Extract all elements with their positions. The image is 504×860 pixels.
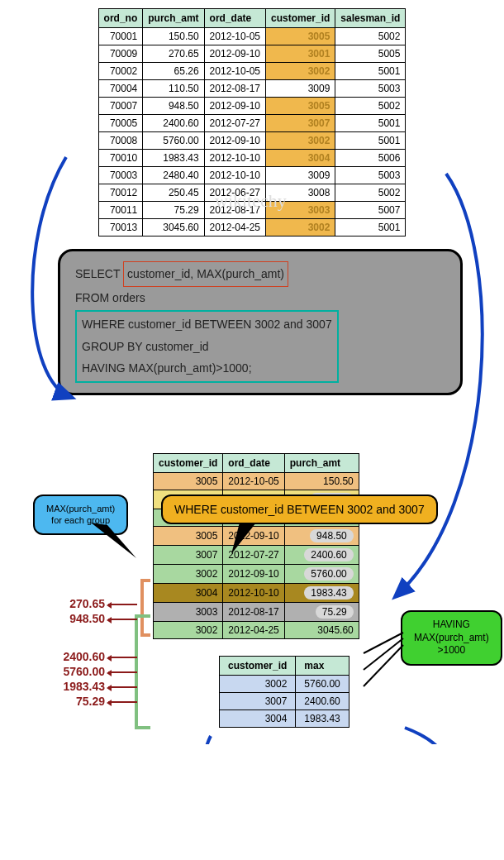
table-row: 70012250.452012-06-2730085002	[98, 184, 406, 202]
table-row: 30042012-10-101983.43	[154, 583, 359, 602]
table-row: 70009270.652012-09-1030015005	[98, 45, 406, 63]
th: ord_no	[98, 9, 143, 28]
th: ord_date	[223, 453, 284, 472]
th: customer_id	[154, 453, 223, 472]
max-v2: 948.50	[69, 612, 105, 625]
max-v1: 270.65	[69, 597, 105, 610]
table-row: 30052012-09-10948.50	[154, 526, 359, 545]
table-row: 700133045.602012-04-2530025001	[98, 219, 406, 236]
table-row: 700101983.432012-10-1030045006	[98, 150, 406, 167]
max-v6: 75.29	[76, 695, 105, 708]
max-v5: 1983.43	[63, 680, 105, 693]
table-row: 30072400.60	[220, 692, 349, 710]
table-row: 30022012-04-253045.60	[154, 621, 359, 638]
table-row: 700085760.002012-09-1030025001	[98, 132, 406, 150]
table-row: 700032480.402012-10-1030095003	[98, 167, 406, 184]
table-row: 7000265.262012-10-0530025001	[98, 63, 406, 80]
svg-line-2	[364, 633, 403, 653]
table-row: 70004110.502012-08-1730095003	[98, 80, 406, 98]
th: purch_amt	[284, 453, 359, 472]
th: customer_id	[220, 656, 296, 675]
table-row: 700052400.602012-07-2730075001	[98, 115, 406, 132]
table-row: 30052012-10-05150.50	[154, 472, 359, 490]
badge-having-clause: HAVING MAX(purch_amt) >1000	[401, 610, 502, 666]
sql-select-cols: customer_id, MAX(purch_amt)	[123, 261, 288, 287]
sql-where: WHERE customer_id BETWEEN 3002 and 3007	[82, 313, 332, 336]
badge-where-clause: WHERE customer_id BETWEEN 3002 and 3007	[161, 494, 438, 524]
sql-select-kw: SELECT	[75, 267, 120, 280]
svg-line-3	[364, 638, 403, 670]
table-row: 70001150.502012-10-0530055002	[98, 28, 406, 45]
th: purch_amt	[143, 9, 204, 28]
sql-having: HAVING MAX(purch_amt)>1000;	[82, 357, 332, 380]
svg-line-4	[364, 645, 403, 686]
max-v3: 2400.60	[63, 650, 105, 663]
th: customer_id	[266, 9, 335, 28]
orders-table: ord_no purch_amt ord_date customer_id sa…	[98, 8, 407, 236]
table-row: 30032012-08-1775.29	[154, 602, 359, 621]
filtered-table: customer_id ord_date purch_amt 30052012-…	[153, 453, 359, 639]
sql-query-box: SELECT customer_id, MAX(purch_amt) FROM …	[58, 249, 463, 395]
badge-max-per-group: MAX(purch_amt) for each group	[33, 494, 128, 535]
table-row: 70007948.502012-09-1030055002	[98, 98, 406, 115]
th: salesman_id	[335, 9, 406, 28]
table-row: 30025760.00	[220, 675, 349, 692]
table-row: 7001175.292012-08-1730035007	[98, 202, 406, 219]
table-row: 30022012-09-105760.00	[154, 564, 359, 583]
th: max	[296, 656, 349, 675]
table-row: 30041983.43	[220, 710, 349, 727]
result-table: customer_id max 30025760.0030072400.6030…	[219, 656, 349, 728]
sql-from: FROM orders	[75, 287, 445, 309]
max-v4: 5760.00	[63, 665, 105, 678]
th: ord_date	[204, 9, 265, 28]
sql-group: GROUP BY customer_id	[82, 336, 332, 358]
table-row: 30072012-07-272400.60	[154, 545, 359, 564]
